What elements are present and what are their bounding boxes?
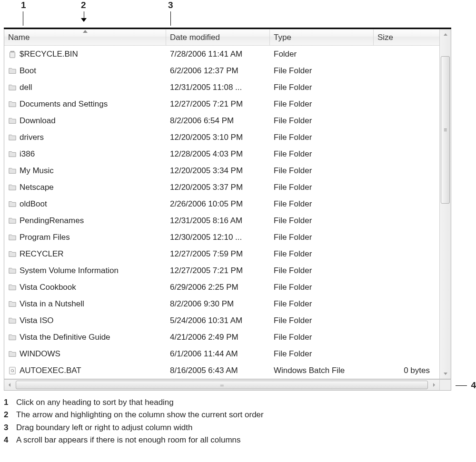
- vertical-scroll-thumb[interactable]: [441, 56, 450, 204]
- legend: 1Click on any heading to sort by that he…: [4, 396, 476, 446]
- table-row[interactable]: Vista the Definitive Guide4/21/2006 2:49…: [4, 329, 439, 345]
- vertical-scrollbar[interactable]: [439, 29, 451, 379]
- folder-icon: [8, 300, 17, 308]
- file-name: RECYCLER: [20, 249, 64, 259]
- table-row[interactable]: System Volume Information12/27/2005 7:21…: [4, 262, 439, 279]
- file-date: 12/31/2005 11:08 ...: [166, 83, 270, 92]
- table-row[interactable]: PendingRenames12/31/2005 8:16 AMFile Fol…: [4, 212, 439, 229]
- folder-icon: [8, 233, 17, 242]
- table-row[interactable]: AUTOEXEC.BAT8/16/2005 6:43 AMWindows Bat…: [4, 362, 439, 379]
- column-header-name[interactable]: Name: [4, 29, 166, 45]
- column-header-type[interactable]: Type: [270, 29, 374, 45]
- scroll-down-arrow-icon[interactable]: [440, 368, 451, 379]
- callout-labels-top: 1 2 3: [4, 0, 451, 28]
- table-row[interactable]: Netscape12/20/2005 3:37 PMFile Folder: [4, 179, 439, 196]
- column-header-type-label: Type: [274, 33, 291, 42]
- file-type: File Folder: [270, 83, 374, 92]
- folder-icon: [8, 133, 17, 142]
- horizontal-scroll-thumb[interactable]: [16, 381, 428, 389]
- horizontal-scroll-track[interactable]: [15, 381, 429, 389]
- file-type: File Folder: [270, 66, 374, 76]
- callout-number-4: 4: [471, 380, 476, 391]
- table-row[interactable]: Program Files12/30/2005 12:10 ...File Fo…: [4, 229, 439, 246]
- file-date: 12/28/2005 4:03 PM: [166, 149, 270, 159]
- file-name: Vista in a Nutshell: [20, 299, 84, 309]
- table-row[interactable]: Vista Cookbook6/29/2006 2:25 PMFile Fold…: [4, 279, 439, 295]
- folder-icon: [8, 333, 17, 342]
- legend-text: The arrow and highlighting on the column…: [16, 409, 264, 421]
- table-row[interactable]: oldBoot2/26/2006 10:05 PMFile Folder: [4, 196, 439, 212]
- folder-icon: [8, 67, 17, 75]
- legend-text: Click on any heading to sort by that hea…: [16, 396, 174, 409]
- callout-arrow-2: [81, 18, 87, 22]
- scroll-up-arrow-icon[interactable]: [440, 29, 451, 40]
- scrollbar-corner: [439, 380, 451, 390]
- table-row[interactable]: Vista in a Nutshell8/2/2006 9:30 PMFile …: [4, 295, 439, 312]
- file-type: File Folder: [270, 183, 374, 192]
- svg-rect-1: [10, 51, 14, 52]
- file-rows: $RECYCLE.BIN7/28/2006 11:41 AMFolderBoot…: [4, 46, 439, 379]
- file-type: File Folder: [270, 149, 374, 159]
- table-row[interactable]: Documents and Settings12/27/2005 7:21 PM…: [4, 96, 439, 112]
- file-type: File Folder: [270, 166, 374, 176]
- folder-icon: [8, 200, 17, 208]
- file-type: File Folder: [270, 349, 374, 359]
- file-name: Vista the Definitive Guide: [20, 333, 110, 342]
- folder-icon: [8, 283, 17, 292]
- explorer-window: Name Date modified Type Size $RECYCLE.BI…: [4, 28, 451, 379]
- file-name: Download: [20, 116, 56, 126]
- column-header-date[interactable]: Date modified: [166, 29, 270, 45]
- scroll-right-arrow-icon[interactable]: [429, 380, 439, 390]
- table-row[interactable]: dell12/31/2005 11:08 ...File Folder: [4, 79, 439, 96]
- file-name: Boot: [20, 66, 36, 76]
- horizontal-scrollbar[interactable]: [4, 379, 451, 391]
- file-date: 5/24/2006 10:31 AM: [166, 316, 270, 325]
- table-row[interactable]: $RECYCLE.BIN7/28/2006 11:41 AMFolder: [4, 46, 439, 62]
- folder-icon: [8, 117, 17, 125]
- column-headers: Name Date modified Type Size: [4, 29, 439, 46]
- file-type: File Folder: [270, 249, 374, 259]
- file-date: 12/27/2005 7:21 PM: [166, 99, 270, 109]
- file-date: 12/20/2005 3:10 PM: [166, 133, 270, 142]
- legend-number: 3: [4, 422, 12, 434]
- legend-number: 1: [4, 396, 12, 409]
- table-row[interactable]: WINDOWS6/1/2006 11:44 AMFile Folder: [4, 345, 439, 362]
- file-name: WINDOWS: [20, 349, 60, 359]
- scroll-left-arrow-icon[interactable]: [4, 380, 15, 390]
- file-date: 12/30/2005 12:10 ...: [166, 233, 270, 242]
- table-row[interactable]: drivers12/20/2005 3:10 PMFile Folder: [4, 129, 439, 146]
- legend-text: A scroll bar appears if there is not eno…: [16, 434, 241, 446]
- table-row[interactable]: RECYCLER12/27/2005 7:59 PMFile Folder: [4, 246, 439, 262]
- file-date: 12/27/2005 7:59 PM: [166, 249, 270, 259]
- column-header-size[interactable]: Size: [374, 29, 439, 45]
- folder-icon: [8, 100, 17, 108]
- table-row[interactable]: Boot6/2/2006 12:37 PMFile Folder: [4, 62, 439, 79]
- table-row[interactable]: Vista ISO5/24/2006 10:31 AMFile Folder: [4, 312, 439, 329]
- file-date: 2/26/2006 10:05 PM: [166, 199, 270, 209]
- legend-number: 4: [4, 434, 12, 446]
- table-row[interactable]: i38612/28/2005 4:03 PMFile Folder: [4, 146, 439, 162]
- file-date: 4/21/2006 2:49 PM: [166, 333, 270, 342]
- legend-number: 2: [4, 409, 12, 421]
- column-header-date-label: Date modified: [170, 33, 220, 42]
- svg-rect-2: [10, 367, 16, 374]
- file-name: Netscape: [20, 183, 54, 192]
- file-name: drivers: [20, 133, 44, 142]
- callout-number-2: 2: [81, 0, 86, 10]
- file-type: Folder: [270, 49, 374, 59]
- callout-number-1: 1: [21, 0, 26, 10]
- file-date: 6/2/2006 12:37 PM: [166, 66, 270, 76]
- table-row[interactable]: My Music12/20/2005 3:34 PMFile Folder: [4, 162, 439, 179]
- file-date: 6/1/2006 11:44 AM: [166, 349, 270, 359]
- file-type: File Folder: [270, 233, 374, 242]
- file-name: i386: [20, 149, 35, 159]
- folder-icon: [8, 167, 17, 175]
- file-type: File Folder: [270, 133, 374, 142]
- file-name: Vista ISO: [20, 316, 54, 325]
- file-type: Windows Batch File: [270, 366, 374, 375]
- vertical-scroll-track[interactable]: [440, 40, 451, 368]
- legend-item: 3Drag boundary left or right to adjust c…: [4, 422, 476, 434]
- table-row[interactable]: Download8/2/2006 6:54 PMFile Folder: [4, 112, 439, 129]
- file-date: 8/2/2006 6:54 PM: [166, 116, 270, 126]
- column-header-name-label: Name: [8, 33, 30, 42]
